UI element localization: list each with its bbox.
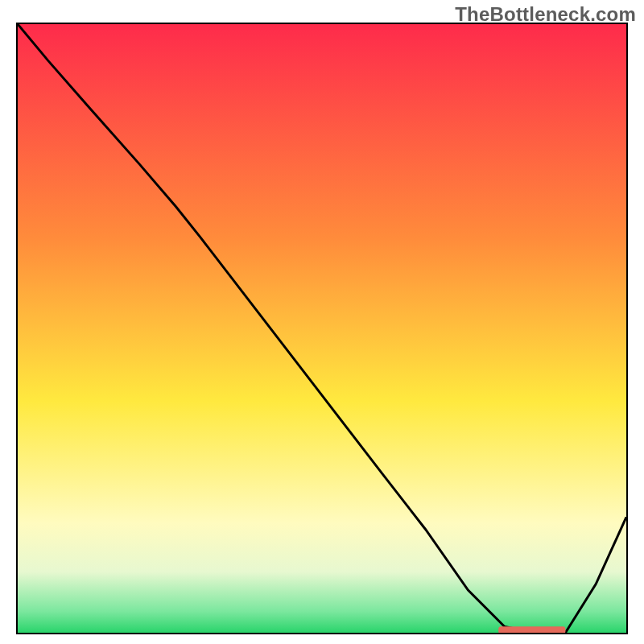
chart-svg [18, 24, 626, 633]
gradient-background [18, 24, 626, 633]
plot-area [16, 23, 628, 634]
minimum-marker [498, 626, 565, 633]
chart-frame: TheBottleneck.com [0, 0, 644, 644]
